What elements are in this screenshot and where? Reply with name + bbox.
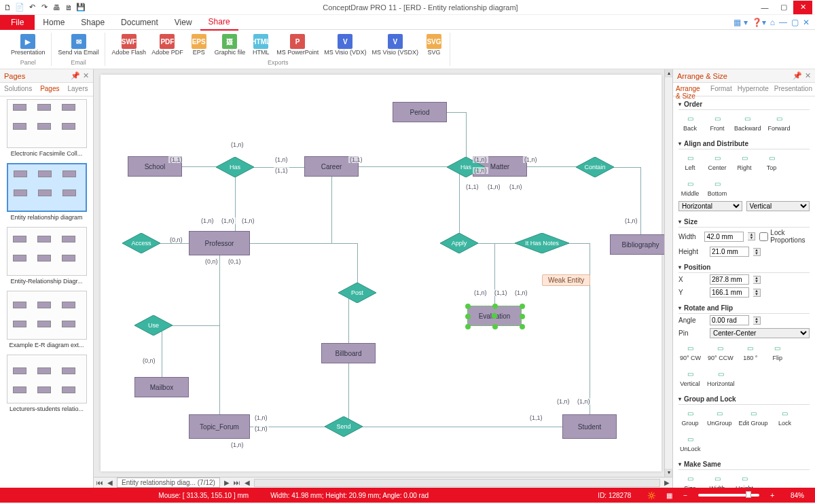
entity-bibliography[interactable]: Bibliography [610, 234, 671, 255]
close-button[interactable]: ✕ [793, 1, 812, 14]
tab-pages[interactable]: Pages [36, 83, 63, 96]
distribute-vertical[interactable]: Vertical [746, 201, 810, 211]
tab-home[interactable]: Home [35, 15, 73, 30]
zoom-slider[interactable] [698, 494, 759, 497]
group-ungroup[interactable]: ▭UnGroup [707, 408, 732, 427]
distribute-horizontal[interactable]: Horizontal [678, 201, 742, 211]
align-header[interactable]: Align and Distribute [678, 139, 810, 149]
html-button[interactable]: HTMLHTML [249, 33, 272, 58]
entity-mailbox[interactable]: Mailbox [134, 377, 189, 397]
qat-icon[interactable]: 🗋 [3, 3, 12, 12]
minimize-button[interactable]: — [755, 1, 774, 14]
rotate-horizontal[interactable]: ▭Horizontal [707, 368, 735, 387]
zoom-in-icon[interactable]: + [770, 492, 774, 499]
scroll-right-icon[interactable]: ▶ [664, 479, 670, 486]
group-header[interactable]: Group and Lock [678, 394, 810, 405]
width-input[interactable] [704, 232, 744, 242]
help-icon[interactable]: ❓▾ [752, 18, 766, 27]
sheet-tab[interactable]: Entity relationship diag... (7/12) [117, 478, 220, 488]
ms-powerpoint-button[interactable]: PMS PowerPoint [275, 33, 320, 58]
tab-layers[interactable]: Layers [64, 83, 92, 96]
x-input[interactable] [710, 274, 749, 285]
page-thumbnail[interactable]: Lecturers-students relatio... [3, 355, 90, 414]
pin-select[interactable]: Center-Center [710, 328, 810, 338]
angle-input[interactable] [710, 315, 749, 325]
window-icon[interactable]: — [779, 18, 787, 27]
page-thumbnail[interactable]: Example E-R diagram ext... [3, 291, 90, 350]
size-header[interactable]: Size [678, 217, 810, 228]
sheet-first-icon[interactable]: ⏮ [96, 479, 103, 486]
qat-icon[interactable]: 📄 [15, 3, 24, 12]
scroll-left-icon[interactable]: ◀ [244, 479, 250, 486]
relation-ithasnotes[interactable]: It Has Notes [515, 233, 569, 253]
maximize-button[interactable]: ▢ [774, 1, 793, 14]
svg-button[interactable]: SVGSVG [422, 33, 446, 58]
relation-access[interactable]: Access [122, 233, 160, 253]
group-group[interactable]: ▭Group [680, 408, 700, 427]
status-icon[interactable]: ▦ [666, 492, 672, 499]
close-icon[interactable]: ✕ [805, 71, 811, 80]
order-front[interactable]: ▭Front [707, 113, 727, 132]
sheet-next-icon[interactable]: ▶ [224, 479, 230, 486]
order-back[interactable]: ▭Back [680, 113, 700, 132]
sheet-prev-icon[interactable]: ◀ [107, 479, 113, 486]
rotate-header[interactable]: Rotate and Flip [678, 303, 810, 314]
tab-hypernote[interactable]: Hypernote [735, 83, 772, 96]
same-header[interactable]: Make Same [678, 459, 810, 470]
ms-visio-vsdx-button[interactable]: VMS Visio (VSDX) [371, 33, 420, 58]
vertical-scrollbar[interactable]: ▴ ▾ [664, 69, 672, 477]
eps-button[interactable]: EPSEPS [187, 33, 211, 58]
pin-icon[interactable]: 📌 [71, 71, 80, 80]
help-icon[interactable]: ▦ ▾ [734, 18, 747, 27]
horizontal-scrollbar[interactable] [254, 479, 660, 487]
zoom-out-icon[interactable]: − [683, 492, 687, 499]
send-email-button[interactable]: ✉Send via Email [57, 33, 101, 58]
window-icon[interactable]: ▢ [791, 18, 799, 27]
relation-apply[interactable]: Apply [440, 233, 478, 253]
group-edit-group[interactable]: ▭Edit Group [739, 408, 768, 427]
group-lock[interactable]: ▭Lock [775, 408, 795, 427]
window-icon[interactable]: ✕ [803, 18, 810, 27]
qat-icon[interactable]: 🖶 [52, 3, 61, 12]
align-middle[interactable]: ▭Middle [680, 178, 700, 197]
tab-presentation[interactable]: Presentation [772, 83, 815, 96]
ms-visio-vdx-button[interactable]: VMS Visio (VDX) [323, 33, 367, 58]
same-width[interactable]: ▭Width [707, 473, 727, 488]
relation-post[interactable]: Post [338, 283, 376, 303]
position-header[interactable]: Position [678, 262, 810, 273]
page-thumbnail[interactable]: Entity-Relationship Diagr... [3, 227, 90, 287]
group-unlock[interactable]: ▭UnLock [680, 433, 701, 452]
align-bottom[interactable]: ▭Bottom [707, 178, 727, 197]
tab-solutions[interactable]: Solutions [0, 83, 36, 96]
tab-share[interactable]: Share [200, 14, 238, 31]
align-top[interactable]: ▭Top [761, 152, 782, 171]
rotate-vertical[interactable]: ▭Vertical [680, 368, 700, 387]
align-right[interactable]: ▭Right [734, 152, 755, 171]
align-center[interactable]: ▭Center [707, 152, 727, 171]
entity-professor[interactable]: Professor [189, 231, 250, 255]
tab-view[interactable]: View [166, 15, 200, 30]
tab-arrange-size[interactable]: Arrange & Size [673, 83, 708, 96]
diagram-canvas[interactable]: SchoolPeriodCareerMatterBibliographyProf… [101, 75, 662, 471]
qat-icon[interactable]: 🗎 [64, 3, 73, 12]
graphic-file-button[interactable]: 🖼Graphic file [213, 33, 247, 58]
qat-icon[interactable]: 💾 [76, 3, 86, 12]
relation-has1[interactable]: Has [216, 157, 254, 177]
same-size[interactable]: ▭Size [680, 473, 700, 488]
qat-icon[interactable]: ↶ [27, 3, 37, 12]
relation-send[interactable]: Send [325, 416, 363, 437]
rotate-180-[interactable]: ▭180 ° [740, 342, 761, 361]
scroll-down-icon[interactable]: ▾ [665, 469, 672, 477]
pin-icon[interactable]: 📌 [793, 71, 802, 80]
same-height[interactable]: ▭Height [734, 473, 755, 488]
page-thumbnail[interactable]: Entity relationship diagram [3, 163, 90, 223]
entity-period[interactable]: Period [393, 102, 447, 122]
close-icon[interactable]: ✕ [83, 71, 89, 80]
entity-topic_forum[interactable]: Topic_Forum [189, 414, 250, 439]
tab-shape[interactable]: Shape [73, 15, 113, 30]
presentation-button[interactable]: ▶Presentation [10, 33, 47, 58]
tab-format[interactable]: Format [708, 83, 735, 96]
window-icon[interactable]: ⌂ [770, 18, 775, 27]
tab-document[interactable]: Document [113, 15, 166, 30]
order-header[interactable]: Order [678, 99, 810, 110]
